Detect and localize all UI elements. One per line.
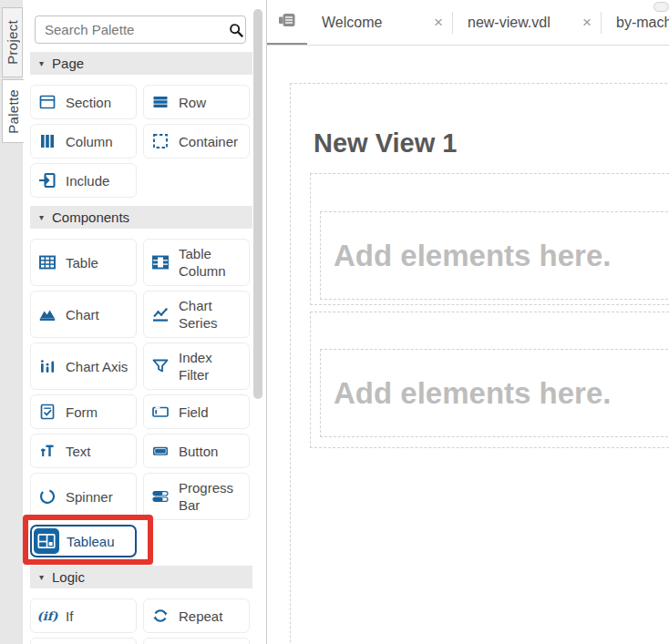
palette-item-table-column[interactable]: Table Column — [143, 239, 250, 286]
canvas-row[interactable]: Add elements here. — [310, 173, 669, 305]
palette-item-label: Repeat — [179, 608, 222, 625]
triangle-down-icon: ▾ — [39, 58, 44, 68]
palette-item-section[interactable]: Section — [30, 85, 137, 119]
palette-scrollbar-thumb[interactable] — [253, 9, 262, 399]
editor-tab-new-view[interactable]: new-view.vdl × — [453, 0, 602, 46]
palette-search — [35, 15, 246, 44]
palette-item-repeat[interactable]: Repeat — [143, 598, 250, 633]
rail-tab-project-label: Project — [5, 20, 20, 65]
palette-item-label: Field — [179, 404, 209, 421]
palette-item-text[interactable]: Text — [30, 434, 137, 468]
button-icon — [149, 440, 171, 462]
close-icon[interactable]: × — [421, 14, 452, 32]
palette-item-button[interactable]: Button — [143, 434, 250, 468]
palette-item-label: Container — [179, 133, 238, 150]
palette-item-visible[interactable]: Visible — [143, 638, 250, 644]
form-icon — [36, 401, 58, 423]
drop-zone-placeholder: Add elements here. — [334, 376, 611, 411]
drop-zone-placeholder: Add elements here. — [334, 239, 611, 273]
palette-item-label: Include — [66, 172, 109, 189]
palette-item-form[interactable]: Form — [30, 394, 137, 429]
palette-item-label: Column — [66, 133, 113, 150]
palette-item-repeat-contents[interactable]: Repeat Contents — [30, 638, 137, 644]
repeat-icon — [149, 605, 171, 627]
rail-tab-palette-label: Palette — [5, 89, 21, 134]
chart-icon — [36, 303, 58, 325]
table-column-icon — [149, 251, 171, 273]
palette-item-chart[interactable]: Chart — [30, 291, 137, 338]
canvas-drop-zone[interactable]: Add elements here. — [320, 211, 669, 300]
canvas-row[interactable]: Add elements here. — [310, 312, 669, 448]
palette-item-label: Table — [66, 254, 98, 271]
tab-label: by-mach — [602, 15, 669, 31]
palette-item-if[interactable]: (if) If — [30, 598, 137, 633]
text-icon — [36, 440, 58, 462]
column-icon — [36, 130, 58, 152]
components-items-grid: Table Table Column — [30, 239, 266, 557]
progress-bar-icon — [149, 486, 171, 507]
palette-item-chart-axis[interactable]: Chart Axis — [30, 342, 137, 390]
palette-item-progress-bar[interactable]: Progress Bar — [143, 473, 250, 520]
row-icon — [149, 91, 171, 113]
palette-item-tableau[interactable]: Tableau — [30, 525, 137, 557]
palette-item-row[interactable]: Row — [143, 85, 250, 119]
chart-axis-icon — [36, 355, 58, 377]
view-title[interactable]: New View 1 — [314, 128, 669, 158]
palette-item-label: Spinner — [66, 488, 113, 506]
palette-item-chart-series[interactable]: Chart Series — [143, 291, 250, 338]
close-icon[interactable]: × — [570, 14, 601, 32]
design-canvas: New View 1 Add elements here. Add elemen… — [267, 46, 669, 644]
palette-item-label: If — [66, 608, 73, 625]
palette-item-label: Row — [179, 94, 206, 111]
left-rail: Project Palette — [0, 0, 23, 644]
palette-item-table[interactable]: Table — [30, 239, 137, 286]
editor-tab-welcome[interactable]: Welcome × — [307, 0, 453, 46]
palette-item-label: Chart Axis — [66, 358, 128, 375]
rail-tab-palette[interactable]: Palette — [2, 79, 24, 143]
page-items-grid: Section Row Colu — [30, 85, 266, 198]
section-header-logic[interactable]: ▾ Logic — [30, 566, 252, 588]
editor-tab-bar: Welcome × new-view.vdl × by-mach × — [267, 0, 669, 46]
palette-item-include[interactable]: Include — [30, 163, 137, 198]
palette-item-label: Form — [66, 404, 98, 421]
palette-item-container[interactable]: Container — [143, 124, 250, 158]
palette-item-field[interactable]: Field — [143, 394, 250, 429]
palette-item-label: Chart Series — [179, 297, 245, 332]
canvas-drop-zone[interactable]: Add elements here. — [320, 349, 669, 437]
magnifier-icon[interactable] — [226, 21, 245, 39]
tab-list-button[interactable] — [267, 0, 307, 46]
tableau-icon — [34, 528, 59, 554]
section-header-page[interactable]: ▾ Page — [30, 52, 252, 75]
editor-area: Welcome × new-view.vdl × by-mach × New V… — [267, 0, 669, 644]
section-title: Components — [52, 210, 129, 225]
field-icon — [149, 401, 171, 423]
search-input[interactable] — [36, 22, 226, 37]
palette-item-index-filter[interactable]: Index Filter — [143, 342, 250, 390]
app-window: Project Palette ▾ Page — [0, 0, 669, 644]
section-title: Page — [52, 56, 84, 71]
palette-item-label: Progress Bar — [179, 479, 245, 514]
palette-panel: ▾ Page Section Row — [23, 0, 267, 644]
palette-item-label: Chart — [66, 306, 99, 323]
tab-list-icon — [277, 11, 297, 33]
view-page-outline[interactable]: New View 1 Add elements here. Add elemen… — [290, 83, 669, 644]
logic-items-grid: (if) If Repeat — [30, 598, 266, 644]
triangle-down-icon: ▾ — [39, 212, 44, 222]
spinner-icon — [36, 486, 58, 507]
palette-item-label: Section — [66, 94, 111, 111]
palette-item-label: Text — [66, 443, 91, 460]
table-icon — [36, 251, 58, 273]
palette-item-label: Index Filter — [179, 349, 245, 383]
if-icon: (if) — [36, 605, 58, 627]
tab-label: new-view.vdl — [453, 15, 570, 31]
index-filter-icon — [149, 355, 171, 377]
palette-item-label: Table Column — [179, 245, 245, 280]
palette-item-column[interactable]: Column — [30, 124, 137, 158]
section-title: Logic — [52, 569, 85, 585]
section-header-components[interactable]: ▾ Components — [30, 206, 252, 229]
palette-item-spinner[interactable]: Spinner — [30, 473, 137, 520]
rail-tab-project[interactable]: Project — [2, 7, 23, 77]
tab-label: Welcome — [307, 15, 421, 31]
tab-bar-scrollbar-thumb[interactable] — [654, 2, 669, 12]
chart-series-icon — [149, 303, 171, 325]
